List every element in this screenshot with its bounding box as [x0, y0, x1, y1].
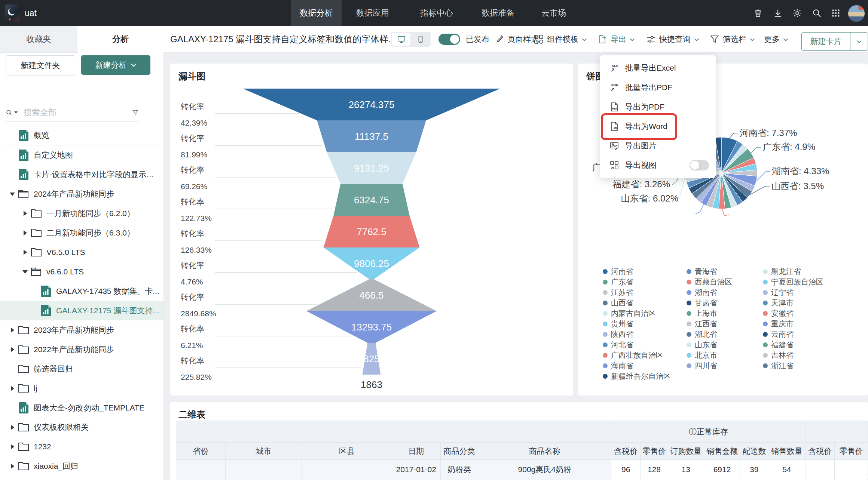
mobile-view-button[interactable] — [411, 33, 430, 46]
tree-expand-arrow[interactable] — [7, 386, 18, 391]
new-analysis-button[interactable]: 新建分析 — [81, 55, 150, 75]
sidebar-tab-analysis[interactable]: 分析 — [77, 26, 163, 52]
nav-tab-1[interactable]: 数据分析 — [291, 0, 342, 26]
tree-expand-arrow[interactable] — [7, 444, 18, 449]
search-icon[interactable] — [810, 6, 823, 20]
new-folder-button[interactable]: 新建文件夹 — [6, 55, 75, 76]
tree-item-selected[interactable]: GALAXY-12175 漏斗图支持... — [0, 301, 163, 320]
export-menu-item-3[interactable]: PDF导出为PDF — [600, 97, 716, 117]
legend-item[interactable]: 陕西省 — [603, 329, 687, 339]
tree-item[interactable]: 二月新功能同步（6.3.0） — [0, 223, 163, 243]
export-menu-item-6[interactable]: 导出视图 — [600, 156, 716, 175]
legend-item[interactable]: 河南省 — [603, 267, 687, 277]
tree-item[interactable]: 图表大全-勿改勿动_TEMPLATE — [0, 398, 163, 418]
publish-toggle[interactable] — [438, 34, 460, 45]
tree-item[interactable]: 仪表板权限相关 — [0, 418, 163, 437]
export-menu-item-label: 导出为Word — [625, 121, 716, 132]
legend-item[interactable]: 吉林省 — [763, 350, 864, 360]
legend-item[interactable]: 浙江省 — [763, 361, 864, 371]
legend-item[interactable]: 山东省 — [687, 340, 763, 350]
new-card-main[interactable]: 新建卡片 — [802, 33, 850, 50]
tree-expand-arrow[interactable] — [7, 327, 18, 333]
tree-expand-arrow[interactable] — [19, 211, 31, 216]
nav-tab-4[interactable]: 数据准备 — [472, 0, 524, 26]
toolbar-component-template[interactable]: 组件模板 — [534, 26, 587, 52]
nav-tab-2[interactable]: 数据应用 — [347, 0, 398, 26]
toolbar-export[interactable]: 导出 — [597, 26, 635, 52]
legend-item[interactable]: 江苏省 — [603, 287, 687, 298]
filter-icon[interactable] — [132, 108, 139, 117]
tree-expand-arrow[interactable] — [7, 425, 18, 430]
tree-item[interactable]: 卡片-设置表格中对比字段的显示类型 — [0, 165, 163, 184]
tree-expand-arrow[interactable] — [19, 230, 31, 236]
export-menu-item-4-highlighted[interactable]: w导出为Word — [600, 117, 716, 136]
tree-item[interactable]: 11_1 — [0, 476, 163, 480]
caret-down-icon[interactable] — [14, 111, 18, 114]
legend-item[interactable]: 安徽省 — [763, 308, 864, 319]
legend-item[interactable]: 内蒙古自治区 — [603, 308, 687, 319]
legend-item[interactable]: 天津市 — [763, 298, 864, 308]
legend-item[interactable]: 北京市 — [687, 350, 763, 360]
toolbar-more[interactable]: 更多 — [764, 26, 788, 52]
tree-item-label: lj — [34, 384, 163, 393]
legend-label: 山东省 — [695, 340, 717, 350]
toolbar-filter-bar[interactable]: 筛选栏 — [710, 26, 755, 52]
export-menu-item-5[interactable]: 导出图片 — [600, 136, 716, 156]
desktop-view-button[interactable] — [392, 33, 410, 46]
legend-item[interactable]: 湖北省 — [687, 329, 763, 339]
tree-item[interactable]: lj — [0, 379, 163, 398]
tree-item[interactable]: 2023年产品新功能同步 — [0, 320, 163, 340]
tree-item[interactable]: V6.5.0 LTS — [0, 243, 163, 262]
search-input[interactable] — [23, 107, 132, 118]
legend-item[interactable]: 甘肃省 — [687, 298, 763, 308]
legend-item[interactable]: 黑龙江省 — [763, 267, 864, 277]
nav-tab-5[interactable]: 云市场 — [531, 0, 577, 26]
tree-item[interactable]: 一月新功能同步（6.2.0） — [0, 204, 163, 223]
tree-collapse-arrow[interactable] — [19, 270, 31, 274]
tree-item[interactable]: 1232 — [0, 437, 163, 456]
legend-item[interactable]: 重庆市 — [763, 319, 864, 329]
legend-item[interactable]: 青海省 — [687, 267, 763, 277]
tree-item[interactable]: 2022年产品新功能同步 — [0, 340, 163, 359]
toolbar-quick-query[interactable]: 快捷查询 — [646, 26, 699, 52]
legend-item[interactable]: 江西省 — [687, 319, 763, 329]
tree-expand-arrow[interactable] — [7, 464, 18, 469]
nav-tab-3[interactable]: 指标中心 — [411, 0, 462, 26]
legend-item[interactable]: 辽宁省 — [763, 287, 864, 298]
export-menu-item-1[interactable]: XLS批量导出Excel — [600, 58, 716, 78]
apps-grid-icon[interactable] — [829, 6, 843, 20]
legend-item[interactable]: 福建省 — [763, 340, 864, 350]
tree-expand-arrow[interactable] — [7, 347, 18, 352]
tree-item[interactable]: GALAXY-17435 数据集、卡... — [0, 281, 163, 301]
legend-item[interactable]: 贵州省 — [603, 319, 687, 329]
settings-gear-icon[interactable] — [791, 6, 804, 20]
tree-expand-arrow[interactable] — [19, 250, 31, 255]
new-card-dropdown[interactable] — [850, 33, 868, 50]
legend-item[interactable]: 四川省 — [687, 361, 763, 371]
legend-item[interactable]: 广东省 — [603, 277, 687, 287]
legend-item[interactable]: 宁夏回族自治区 — [763, 277, 864, 287]
legend-item[interactable]: 湖南省 — [687, 287, 763, 298]
legend-item[interactable]: 广西壮族自治区 — [603, 350, 687, 360]
trash-icon[interactable] — [751, 6, 765, 20]
legend-item[interactable]: 海南省 — [603, 361, 687, 371]
tree-collapse-arrow[interactable] — [7, 193, 18, 196]
tree-item[interactable]: v6.6.0 LTS — [0, 262, 163, 281]
export-menu-item-2[interactable]: PDF批量导出PDF — [600, 78, 716, 97]
tree-item[interactable]: xiaoxia_回归 — [0, 456, 163, 476]
legend-item[interactable]: 上海市 — [687, 308, 763, 319]
tree-item[interactable]: 自定义地图 — [0, 145, 163, 165]
legend-item[interactable]: 新疆维吾尔自治区 — [603, 371, 687, 381]
export-view-toggle[interactable] — [690, 160, 709, 170]
legend-item[interactable]: 山西省 — [603, 298, 687, 308]
sidebar-tab-favorites[interactable]: 收藏夹 — [0, 26, 78, 53]
tree-item[interactable]: 概览 — [0, 126, 163, 145]
tree-item[interactable]: 筛选器回归 — [0, 359, 163, 379]
legend-item[interactable]: 河北省 — [603, 340, 687, 350]
user-avatar[interactable] — [848, 5, 865, 22]
legend-label: 贵州省 — [611, 319, 633, 329]
legend-item[interactable]: 西藏自治区 — [687, 277, 763, 287]
legend-item[interactable]: 云南省 — [763, 329, 864, 339]
tree-item[interactable]: 2024年产品新功能同步 — [0, 184, 163, 204]
download-icon[interactable] — [771, 6, 785, 20]
